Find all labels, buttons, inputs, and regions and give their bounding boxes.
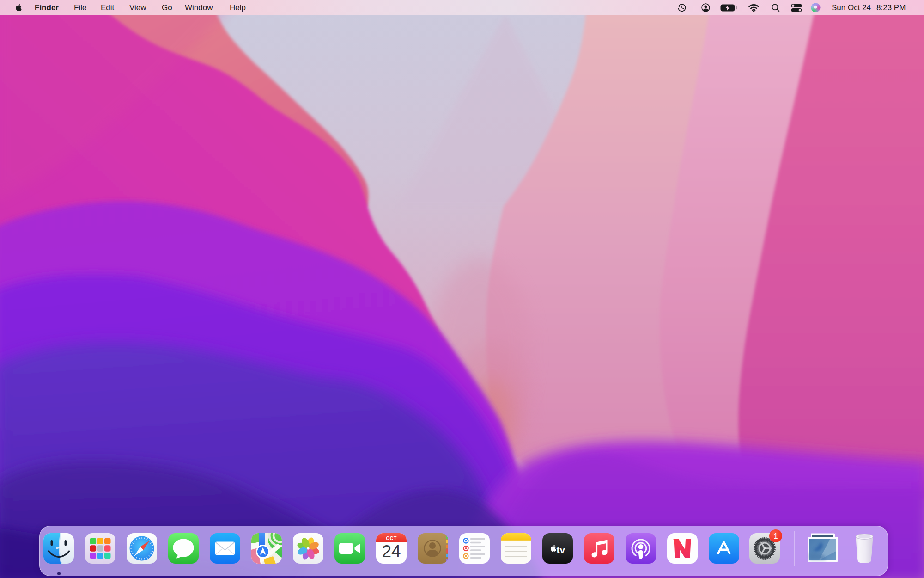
svg-text:1: 1 [773,532,778,541]
svg-text:tv: tv [557,544,565,555]
svg-text:24: 24 [382,542,401,561]
svg-text:OCT: OCT [386,535,397,541]
